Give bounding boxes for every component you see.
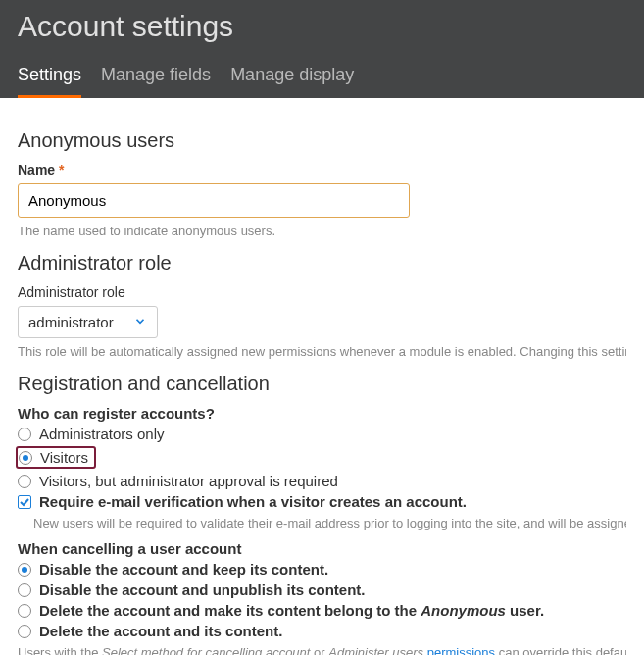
radio-disable-unpublish[interactable]: Disable the account and unpublish its co… <box>18 581 626 598</box>
tabs: Settings Manage fields Manage display <box>18 59 626 98</box>
page-title: Account settings <box>18 10 626 43</box>
radio-visitors-approval-label: Visitors, but administrator approval is … <box>39 473 338 489</box>
checkbox-icon <box>18 495 31 509</box>
text-fragment: Select method for cancelling account <box>102 645 310 655</box>
radio-delete-anon-label: Delete the account and make its content … <box>39 602 544 619</box>
radio-visitors[interactable]: Visitors <box>18 446 626 469</box>
visitors-highlight: Visitors <box>16 446 96 469</box>
radio-disable-keep-label: Disable the account and keep its content… <box>39 561 328 578</box>
checkbox-require-email-label: Require e-mail verification when a visit… <box>39 493 467 510</box>
radio-icon <box>18 583 31 597</box>
radio-icon <box>18 428 31 441</box>
radio-delete-all[interactable]: Delete the account and its content. <box>18 623 626 639</box>
text-fragment: user. <box>506 602 544 619</box>
required-asterisk: * <box>59 162 64 177</box>
text-fragment: or <box>310 645 328 655</box>
who-can-register-label: Who can register accounts? <box>18 405 626 422</box>
radio-admins-only-label: Administrators only <box>39 426 165 442</box>
tab-manage-display[interactable]: Manage display <box>230 59 354 98</box>
text-fragment: Anonymous <box>421 602 506 619</box>
radio-visitors-label: Visitors <box>40 449 88 466</box>
radio-icon <box>18 604 31 618</box>
administrator-role-help: This role will be automatically assigned… <box>18 344 626 359</box>
header-bar: Account settings Settings Manage fields … <box>0 0 644 98</box>
administrator-role-heading: Administrator role <box>18 252 626 275</box>
administrator-role-select[interactable]: administrator <box>19 307 157 337</box>
text-fragment: Administer users <box>328 645 423 655</box>
cancel-help: Users with the Select method for cancell… <box>18 645 626 655</box>
permissions-link[interactable]: permissions <box>427 645 495 655</box>
checkbox-require-email[interactable]: Require e-mail verification when a visit… <box>18 493 626 510</box>
anonymous-name-input[interactable] <box>18 183 410 218</box>
radio-disable-keep[interactable]: Disable the account and keep its content… <box>18 561 626 578</box>
radio-icon <box>19 451 32 465</box>
radio-delete-anon[interactable]: Delete the account and make its content … <box>18 602 626 619</box>
radio-admins-only[interactable]: Administrators only <box>18 426 626 442</box>
name-label: Name * <box>18 162 626 177</box>
tab-settings[interactable]: Settings <box>18 59 81 98</box>
text-fragment: Users with the <box>18 645 102 655</box>
name-label-text: Name <box>18 162 55 177</box>
radio-disable-unpublish-label: Disable the account and unpublish its co… <box>39 581 366 598</box>
radio-visitors-approval[interactable]: Visitors, but administrator approval is … <box>18 473 626 489</box>
cancel-account-label: When cancelling a user account <box>18 540 626 557</box>
text-fragment: Delete the account and make its content … <box>39 602 421 619</box>
registration-heading: Registration and cancellation <box>18 373 626 395</box>
require-email-help: New users will be required to validate t… <box>33 516 626 530</box>
anonymous-name-help: The name used to indicate anonymous user… <box>18 224 626 238</box>
radio-icon <box>18 625 31 638</box>
text-fragment: can override this default method <box>495 645 626 655</box>
anonymous-users-heading: Anonymous users <box>18 129 626 152</box>
content: Anonymous users Name * The name used to … <box>0 98 644 655</box>
radio-delete-all-label: Delete the account and its content. <box>39 623 282 639</box>
administrator-role-select-wrap[interactable]: administrator <box>18 306 158 338</box>
tab-manage-fields[interactable]: Manage fields <box>101 59 211 98</box>
administrator-role-label: Administrator role <box>18 284 626 300</box>
radio-icon <box>18 475 31 488</box>
radio-icon <box>18 563 31 577</box>
